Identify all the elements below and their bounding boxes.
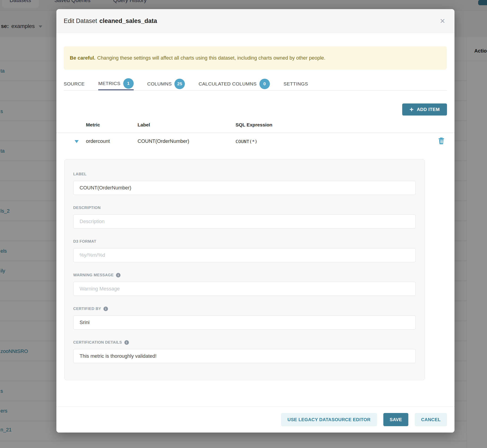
field-label: DESCRIPTION xyxy=(73,206,101,210)
info-icon[interactable]: i xyxy=(124,340,129,345)
dataset-editor-tabs: SOURCE METRICS 1 COLUMNS 25 CALCULATED C… xyxy=(64,77,447,91)
columns-count-badge: 25 xyxy=(174,79,185,89)
tab-calculated-columns[interactable]: CALCULATED COLUMNS 0 xyxy=(199,77,270,90)
info-icon[interactable]: i xyxy=(104,307,108,311)
certification-details-input[interactable] xyxy=(73,349,415,363)
tab-columns[interactable]: COLUMNS 25 xyxy=(147,77,185,90)
warning-message-input[interactable] xyxy=(73,282,415,296)
tab-settings[interactable]: SETTINGS xyxy=(284,77,308,90)
cancel-button[interactable]: CANCEL xyxy=(415,413,447,426)
tab-metrics-label: METRICS xyxy=(98,81,120,86)
description-input[interactable] xyxy=(73,215,415,229)
metric-detail-panel: LABEL DESCRIPTION D3 FORMAT WARNING MESS… xyxy=(64,159,425,380)
field-label: LABEL xyxy=(73,172,87,176)
certification-details-field-label: CERTIFICATION DETAILS xyxy=(73,340,122,345)
metrics-table-header-sql: SQL Expression xyxy=(236,122,272,128)
tab-source-label: SOURCE xyxy=(64,81,85,87)
add-item-button[interactable]: + ADD ITEM xyxy=(402,104,447,116)
warning-banner: Be careful. Changing these settings will… xyxy=(64,46,447,70)
field-label: CERTIFIED BY i xyxy=(73,307,108,311)
trash-icon[interactable] xyxy=(438,138,444,144)
metric-name: ordercount xyxy=(86,138,110,144)
tab-calculated-columns-label: CALCULATED COLUMNS xyxy=(199,81,256,87)
modal-header: Edit Datasetcleaned_sales_data xyxy=(56,9,455,33)
modal-footer: USE LEGACY DATASOURCE EDITOR SAVE CANCEL xyxy=(56,406,455,432)
d3-format-input[interactable] xyxy=(73,248,415,262)
d3-format-field-label: D3 FORMAT xyxy=(73,239,96,244)
field-label: WARNING MESSAGE i xyxy=(73,273,120,277)
edit-dataset-modal: Edit Datasetcleaned_sales_data ✕ Be care… xyxy=(56,9,455,432)
label-field-label: LABEL xyxy=(73,172,87,176)
add-item-label: ADD ITEM xyxy=(417,107,440,112)
label-input[interactable] xyxy=(73,181,415,195)
tab-columns-label: COLUMNS xyxy=(147,81,172,87)
use-legacy-datasource-editor-button[interactable]: USE LEGACY DATASOURCE EDITOR xyxy=(281,413,377,426)
modal-title-dataset-name: cleaned_sales_data xyxy=(99,17,157,24)
tab-settings-label: SETTINGS xyxy=(284,81,308,87)
metrics-count-badge: 1 xyxy=(123,78,134,89)
collapse-caret-icon[interactable] xyxy=(75,140,79,143)
info-icon[interactable]: i xyxy=(116,273,120,277)
save-button[interactable]: SAVE xyxy=(383,413,408,426)
modal-title: Edit Datasetcleaned_sales_data xyxy=(64,17,157,24)
warning-message-field-label: WARNING MESSAGE xyxy=(73,273,114,277)
field-label: D3 FORMAT xyxy=(73,239,96,244)
certified-by-field-label: CERTIFIED BY xyxy=(73,307,101,311)
metrics-table-header-label: Label xyxy=(137,122,150,128)
metric-label: COUNT(OrderNumber) xyxy=(137,138,189,144)
calculated-columns-count-badge: 0 xyxy=(259,79,270,89)
field-label: CERTIFICATION DETAILS i xyxy=(73,340,129,345)
warning-banner-bold: Be careful. xyxy=(70,55,96,61)
tab-source[interactable]: SOURCE xyxy=(64,77,85,90)
close-icon[interactable]: ✕ xyxy=(440,9,445,33)
description-field-label: DESCRIPTION xyxy=(73,206,101,210)
metrics-table-divider xyxy=(56,133,455,133)
metric-sql-expression: COUNT(*) xyxy=(236,139,257,144)
metrics-table-header-metric: Metric xyxy=(86,122,100,128)
warning-banner-text: Changing these settings will affect all … xyxy=(97,55,326,61)
certified-by-input[interactable] xyxy=(73,315,415,329)
modal-title-prefix: Edit Dataset xyxy=(64,17,97,24)
tab-metrics[interactable]: METRICS 1 xyxy=(98,77,134,90)
